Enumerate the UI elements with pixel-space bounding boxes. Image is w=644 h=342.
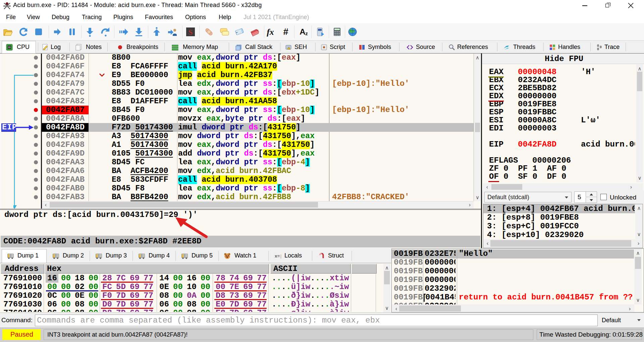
svg-text:fx: fx: [267, 27, 274, 37]
svg-text:S: S: [188, 28, 193, 37]
svg-text:A: A: [300, 27, 305, 36]
svg-text:|x=|: |x=|: [274, 254, 281, 259]
svg-text:z: z: [305, 31, 308, 36]
svg-text:#: #: [283, 27, 288, 37]
